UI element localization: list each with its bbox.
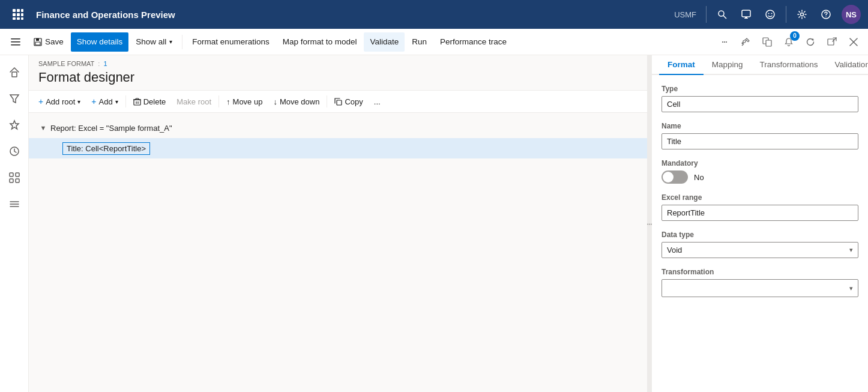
main-layout: SAMPLE FORMAT : 1 Format designer + Add … (0, 55, 868, 392)
mandatory-toggle[interactable] (662, 170, 688, 184)
show-all-button[interactable]: Show all ▾ (130, 32, 178, 52)
user-avatar[interactable]: NS (842, 5, 861, 24)
type-label: Type (662, 85, 858, 93)
translation-button[interactable] (758, 32, 777, 52)
format-enumerations-button[interactable]: Format enumerations (186, 32, 275, 52)
breadcrumb-separator: : (98, 60, 100, 67)
svg-rect-6 (13, 17, 16, 20)
nav-workspaces-button[interactable] (2, 166, 26, 190)
svg-rect-36 (16, 173, 19, 176)
svg-rect-22 (36, 38, 39, 41)
validate-button[interactable]: Validate (364, 32, 405, 52)
svg-rect-46 (337, 100, 342, 105)
mandatory-field: Mandatory No (662, 159, 858, 184)
tree-child-text: Title: Cell<ReportTitle> (62, 142, 150, 155)
tree-area: ▼ Report: Excel = "Sample format_A" Titl… (29, 113, 647, 392)
title-divider (706, 6, 707, 23)
tab-validations[interactable]: Validations (827, 55, 868, 75)
breadcrumb-number: 1 (103, 60, 107, 67)
delete-button[interactable]: Delete (128, 93, 171, 110)
cmd-separator-1 (182, 35, 182, 49)
type-field: Type Cell (662, 85, 858, 112)
svg-rect-2 (21, 9, 23, 12)
add-button[interactable]: + Add ▾ (86, 93, 122, 110)
open-new-tab-button[interactable] (822, 32, 842, 52)
tree-row-child[interactable]: Title: Cell<ReportTitle> (29, 138, 647, 158)
svg-point-13 (768, 13, 770, 14)
refresh-button[interactable] (801, 32, 820, 52)
transformation-select[interactable]: ▾ (662, 279, 858, 297)
svg-rect-20 (11, 44, 20, 46)
transformation-label: Transformation (662, 268, 858, 276)
tree-collapse-icon[interactable]: ▼ (38, 123, 48, 133)
svg-rect-18 (11, 38, 20, 40)
nav-filter-button[interactable] (2, 86, 26, 110)
help-button[interactable] (815, 4, 837, 25)
svg-line-28 (833, 38, 836, 41)
performance-trace-button[interactable]: Performance trace (434, 32, 513, 52)
show-all-dropdown-arrow: ▾ (169, 38, 172, 45)
make-root-button[interactable]: Make root (172, 93, 216, 110)
notification-badge: 0 (790, 31, 800, 41)
more-toolbar-button[interactable]: ... (369, 93, 385, 110)
nav-favorites-button[interactable] (2, 113, 26, 137)
app-grid-button[interactable] (7, 4, 29, 25)
tab-mapping[interactable]: Mapping (704, 55, 752, 75)
mandatory-label: Mandatory (662, 159, 858, 167)
copy-button[interactable]: Copy (330, 93, 367, 110)
ft-separator-1 (125, 95, 126, 107)
svg-rect-5 (21, 13, 23, 16)
show-details-button[interactable]: Show details (71, 32, 129, 52)
svg-point-12 (766, 10, 774, 19)
move-down-button[interactable]: ↓ Move down (268, 93, 324, 110)
svg-rect-38 (16, 179, 19, 182)
notifications-button[interactable]: 0 (779, 32, 798, 52)
svg-rect-8 (21, 17, 23, 20)
data-type-select[interactable]: Void ▾ (662, 242, 858, 258)
svg-rect-19 (11, 41, 20, 43)
content-area: SAMPLE FORMAT : 1 Format designer + Add … (29, 55, 868, 392)
svg-point-9 (719, 11, 724, 16)
add-root-button[interactable]: + Add root ▾ (34, 93, 85, 110)
svg-rect-26 (766, 40, 771, 46)
format-panel: SAMPLE FORMAT : 1 Format designer + Add … (29, 55, 648, 392)
chat-button[interactable] (735, 4, 757, 25)
tree-root-text: Report: Excel = "Sample format_A" (50, 124, 172, 133)
emoji-button[interactable] (759, 4, 781, 25)
svg-rect-4 (17, 13, 20, 16)
properties-panel: Format Mapping Transformations Validatio… (652, 55, 868, 392)
run-button[interactable]: Run (406, 32, 433, 52)
search-button[interactable] (711, 4, 733, 25)
move-up-button[interactable]: ↑ Move up (222, 93, 267, 110)
data-type-dropdown-arrow: ▾ (849, 246, 853, 254)
pin-button[interactable] (736, 32, 755, 52)
excel-range-label: Excel range (662, 193, 858, 202)
save-button[interactable]: Save (28, 32, 70, 52)
more-options-button[interactable]: ··· (714, 32, 734, 52)
excel-range-input[interactable]: ReportTitle (662, 205, 858, 221)
property-fields: Type Cell Name Title Mandatory No (652, 75, 868, 392)
close-button[interactable] (844, 32, 863, 52)
tab-transformations[interactable]: Transformations (752, 55, 827, 75)
tree-row-root[interactable]: ▼ Report: Excel = "Sample format_A" (29, 118, 647, 138)
svg-rect-3 (13, 13, 16, 16)
nav-home-button[interactable] (2, 60, 26, 84)
svg-marker-32 (10, 95, 19, 103)
name-field: Name Title (662, 122, 858, 149)
menu-toggle-button[interactable] (5, 32, 26, 52)
nav-recent-button[interactable] (2, 139, 26, 163)
breadcrumb: SAMPLE FORMAT : 1 (29, 55, 647, 70)
svg-rect-7 (17, 17, 20, 20)
command-bar: Save Show details Show all ▾ Format enum… (0, 29, 868, 55)
svg-line-10 (723, 16, 726, 19)
tab-format[interactable]: Format (659, 55, 704, 75)
svg-point-17 (825, 16, 827, 17)
settings-button[interactable] (791, 4, 813, 25)
add-dropdown-arrow: ▾ (115, 98, 118, 105)
svg-rect-35 (10, 173, 13, 176)
nav-modules-button[interactable] (2, 192, 26, 216)
ft-separator-2 (219, 95, 219, 107)
map-format-to-model-button[interactable]: Map format to model (277, 32, 363, 52)
name-input[interactable]: Title (662, 133, 858, 149)
svg-rect-27 (828, 39, 834, 45)
